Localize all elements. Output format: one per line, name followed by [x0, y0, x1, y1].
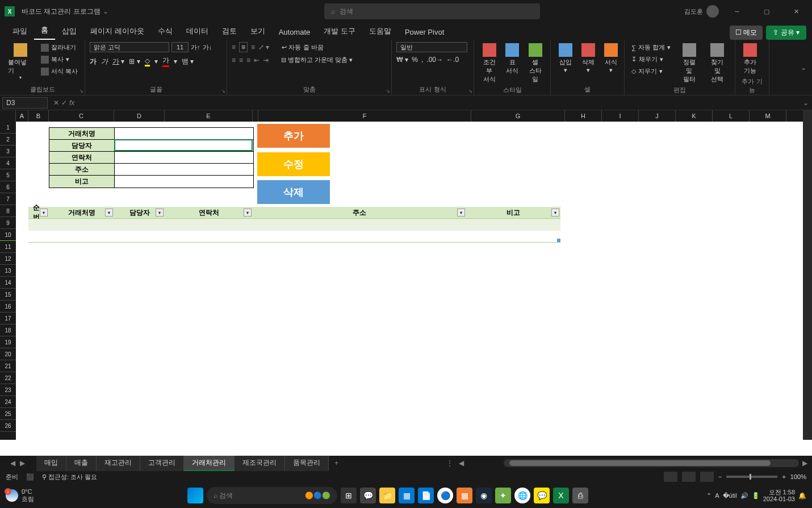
col-header-d[interactable]: D — [114, 110, 165, 122]
form-input-address[interactable] — [115, 164, 253, 176]
macro-record-icon[interactable]: ⬛ — [26, 473, 34, 481]
row-header[interactable]: 3 — [0, 145, 16, 157]
row-header[interactable]: 4 — [0, 157, 16, 169]
align-middle-icon[interactable]: ≡ — [239, 42, 248, 52]
fill-button[interactable]: ↧ 채우기 ▾ — [629, 54, 674, 65]
task-view-icon[interactable]: ⊞ — [341, 488, 357, 503]
cut-button[interactable]: 잘라내기 — [39, 42, 80, 53]
increase-font-icon[interactable]: 가↑ — [191, 43, 200, 52]
tab-insert[interactable]: 삽입 — [55, 23, 83, 40]
increase-decimal-icon[interactable]: .00→ — [426, 56, 443, 64]
battery-icon[interactable]: 🔋 — [752, 492, 760, 499]
tab-powerpivot[interactable]: Power Pivot — [398, 24, 451, 40]
sheet-tab[interactable]: 재고관리 — [97, 456, 140, 471]
row-header[interactable]: 23 — [0, 384, 16, 396]
memo-button[interactable]: ☐ 메모 — [730, 26, 763, 40]
file-explorer-icon[interactable]: 📁 — [379, 488, 395, 503]
filter-icon[interactable]: ▾ — [156, 209, 164, 216]
phonetic-button[interactable]: 뱀 ▾ — [182, 57, 194, 66]
border-button[interactable]: ⊞ ▾ — [129, 57, 140, 65]
table-header-note[interactable]: 비고▾ — [466, 207, 560, 219]
filter-icon[interactable]: ▾ — [244, 209, 252, 216]
zoom-level[interactable]: 100% — [790, 473, 806, 480]
filter-icon[interactable]: ▾ — [40, 209, 48, 216]
table-row[interactable] — [28, 219, 560, 231]
add-sheet-button[interactable]: + — [329, 457, 344, 469]
format-painter-button[interactable]: 서식 복사 — [39, 66, 80, 77]
merge-center-button[interactable]: ⊟ 병합하고 가운데 맞춤 ▾ — [281, 56, 353, 64]
decrease-font-icon[interactable]: 가↓ — [203, 43, 212, 52]
user-label[interactable]: 김도훈 — [684, 5, 719, 18]
font-launcher[interactable]: ↘ — [221, 89, 225, 94]
italic-button[interactable]: 가 — [101, 57, 108, 66]
wifi-icon[interactable]: �útil — [723, 492, 737, 499]
taskbar-app-icon[interactable]: ▦ — [399, 488, 415, 503]
taskbar-app-icon[interactable]: ✦ — [495, 488, 511, 503]
align-bottom-icon[interactable]: ≡ — [251, 43, 255, 51]
col-header-f[interactable]: F — [258, 110, 471, 122]
excel-taskbar-icon[interactable]: X — [553, 488, 569, 503]
tab-page-layout[interactable]: 페이지 레이아웃 — [83, 23, 151, 40]
tray-chevron-icon[interactable]: ⌃ — [706, 492, 711, 499]
taskbar-app-icon[interactable]: 💬 — [360, 488, 376, 503]
find-select-button[interactable]: 찾기 및 선택 — [705, 42, 731, 85]
increase-indent-icon[interactable]: ⇥ — [263, 56, 269, 64]
input-method-icon[interactable]: A — [715, 492, 719, 499]
underline-button[interactable]: 가 ▾ — [112, 57, 124, 66]
sheet-tab[interactable]: 매입 — [36, 456, 66, 471]
clear-button[interactable]: ◇ 지우기 ▾ — [629, 66, 674, 77]
chrome-icon[interactable]: 🌐 — [514, 488, 530, 503]
cell-styles-button[interactable]: 셀 스타일 — [525, 42, 546, 85]
tab-developer[interactable]: 개발 도구 — [317, 23, 362, 40]
edit-button[interactable]: 수정 — [257, 152, 330, 176]
decrease-indent-icon[interactable]: ⇤ — [254, 56, 259, 64]
name-box[interactable] — [2, 97, 48, 109]
sort-filter-button[interactable]: 정렬 및 필터 — [676, 42, 702, 85]
taskbar-app-icon[interactable]: ▦ — [457, 488, 472, 503]
col-header-i[interactable]: I — [602, 110, 639, 122]
col-header-k[interactable]: K — [676, 110, 713, 122]
form-input-name[interactable] — [115, 128, 253, 140]
vertical-scrollbar[interactable] — [803, 110, 812, 440]
start-button[interactable] — [187, 488, 203, 503]
row-header[interactable]: 2 — [0, 134, 16, 145]
font-name-select[interactable] — [90, 42, 169, 52]
fx-icon[interactable]: fx — [69, 99, 74, 107]
form-input-contact[interactable] — [115, 140, 253, 152]
row-header[interactable]: 1 — [0, 122, 16, 134]
table-header-phone[interactable]: 연락처▾ — [165, 207, 253, 219]
number-format-select[interactable] — [396, 42, 467, 52]
col-header-j[interactable]: J — [639, 110, 676, 122]
zoom-in-icon[interactable]: + — [782, 473, 785, 480]
align-left-icon[interactable]: ≡ — [232, 56, 236, 64]
col-header-c[interactable]: C — [49, 110, 114, 122]
table-header-contact[interactable]: 담당자▾ — [114, 207, 165, 219]
autosum-button[interactable]: ∑ 자동 합계 ▾ — [629, 42, 674, 53]
sheet-tab[interactable]: 품목관리 — [285, 456, 329, 471]
table-header-address[interactable]: 주소▾ — [253, 207, 466, 219]
col-header-m[interactable]: M — [750, 110, 786, 122]
notifications-icon[interactable]: 🔔 — [798, 492, 806, 499]
tab-review[interactable]: 검토 — [215, 23, 244, 40]
addins-button[interactable]: 추가 기능 — [740, 42, 760, 76]
filter-icon[interactable]: ▾ — [457, 209, 465, 216]
col-header-b[interactable]: B — [28, 110, 49, 122]
chrome-icon[interactable]: 🔵 — [437, 488, 453, 503]
row-header[interactable]: 9 — [0, 217, 16, 229]
kakaotalk-icon[interactable]: 💬 — [534, 488, 550, 503]
steam-icon[interactable]: ◉ — [476, 488, 492, 503]
format-cells-button[interactable]: 서식▾ — [601, 42, 621, 75]
paste-button[interactable]: 붙여넣기 ▾ — [5, 42, 36, 81]
form-input-phone[interactable] — [115, 152, 253, 164]
font-size-select[interactable] — [171, 42, 189, 52]
col-header-g[interactable]: G — [471, 110, 565, 122]
collapse-ribbon-icon[interactable]: ⌄ — [801, 64, 806, 72]
number-launcher[interactable]: ↘ — [468, 89, 472, 94]
page-layout-view-icon[interactable] — [682, 472, 696, 482]
comma-icon[interactable]: , — [421, 56, 423, 64]
sheet-next-icon[interactable]: ▶ — [20, 459, 25, 467]
percent-icon[interactable]: % — [412, 56, 418, 64]
filter-icon[interactable]: ▾ — [105, 209, 113, 216]
row-header[interactable]: 24 — [0, 396, 16, 408]
row-header[interactable]: 26 — [0, 420, 16, 432]
